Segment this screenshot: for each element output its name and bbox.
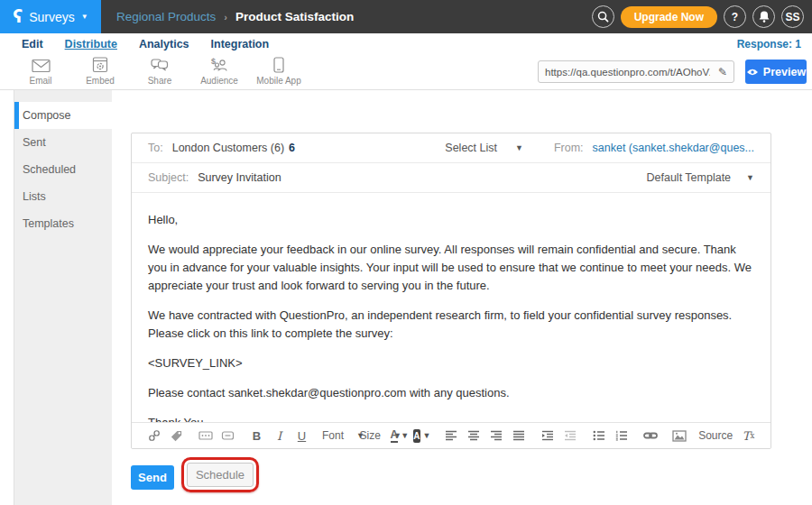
user-avatar[interactable]: SS <box>781 5 804 28</box>
email-body-paragraph: Hello, <box>148 211 754 229</box>
channel-embed[interactable]: Embed <box>70 57 130 86</box>
sidebar-scheduled-label: Scheduled <box>23 163 76 176</box>
breadcrumb-separator: › <box>224 12 227 23</box>
channel-audience[interactable]: $ Audience <box>189 57 249 86</box>
questionpro-logo-icon: ʔ <box>13 8 23 25</box>
rich-text-toolbar: B I U Font ▼ Size ▼ A ▼ A ▼ <box>132 422 770 448</box>
sidebar-item-scheduled[interactable]: Scheduled <box>14 156 112 183</box>
to-label: To: <box>148 142 163 154</box>
edit-url-pencil-icon[interactable]: ✎ <box>712 66 734 78</box>
size-dropdown[interactable]: Size ▼ <box>360 427 380 445</box>
chevron-down-icon: ▼ <box>515 143 523 152</box>
source-button-label: Source <box>698 429 733 442</box>
breadcrumb: Regional Products › Product Satisfaction <box>116 10 354 23</box>
email-body-paragraph: We have contracted with QuestionPro, an … <box>148 307 754 343</box>
schedule-button[interactable]: Schedule <box>187 463 254 487</box>
align-left-button[interactable] <box>442 427 459 445</box>
bold-button[interactable]: B <box>248 427 265 445</box>
remove-format-button[interactable]: Tx <box>740 427 757 445</box>
survey-url-field: ✎ <box>538 60 734 83</box>
notifications-button[interactable] <box>752 5 775 28</box>
background-color-button[interactable]: A ▼ <box>413 427 430 445</box>
email-body-editor[interactable]: Hello, We would appreciate your feedback… <box>132 193 770 426</box>
source-button[interactable]: Source <box>699 427 728 445</box>
upgrade-now-button[interactable]: Upgrade Now <box>621 6 717 28</box>
sidebar-templates-label: Templates <box>23 217 74 230</box>
tab-analytics[interactable]: Analytics <box>139 38 189 50</box>
template-dropdown[interactable]: Default Template ▼ <box>647 171 755 184</box>
hyperlink-button[interactable] <box>641 427 659 445</box>
justify-icon <box>512 430 525 441</box>
numbered-list-button[interactable] <box>613 427 630 445</box>
insert-text-field-button[interactable] <box>197 427 214 445</box>
tab-integration[interactable]: Integration <box>211 38 270 50</box>
channel-embed-label: Embed <box>86 76 115 86</box>
button-icon <box>221 430 235 441</box>
email-compose-card: To: London Customers (6) 6 Select List ▼… <box>131 133 771 449</box>
channel-audience-label: Audience <box>200 76 238 86</box>
response-count[interactable]: Response: 1 <box>737 38 801 50</box>
align-right-button[interactable] <box>487 427 504 445</box>
help-button[interactable]: ? <box>724 5 746 28</box>
size-dropdown-label: Size <box>360 429 381 442</box>
eye-icon <box>746 68 759 77</box>
preview-button-label: Preview <box>763 66 806 78</box>
schedule-highlight-annotation: Schedule <box>181 457 259 492</box>
from-group: From: sanket (sanket.shekdar@ques... <box>554 142 754 154</box>
numbered-list-icon <box>615 430 628 441</box>
subject-row: Subject: Survey Invitation Default Templ… <box>132 163 770 193</box>
channel-email[interactable]: Email <box>11 57 70 86</box>
subject-value[interactable]: Survey Invitation <box>198 171 281 184</box>
from-sender[interactable]: sanket (sanket.shekdar@ques... <box>593 142 754 154</box>
surveys-product-menu[interactable]: ʔ Surveys ▼ <box>0 0 101 33</box>
channel-share[interactable]: Share <box>130 57 189 86</box>
search-button[interactable] <box>592 5 614 28</box>
text-color-button[interactable]: A ▼ <box>391 427 408 445</box>
font-dropdown-label: Font <box>322 429 344 442</box>
tab-edit[interactable]: Edit <box>22 38 43 50</box>
justify-button[interactable] <box>510 427 527 445</box>
select-list-dropdown[interactable]: Select List ▼ <box>445 142 523 154</box>
sidebar-item-sent[interactable]: Sent <box>14 129 112 156</box>
sidebar-sent-label: Sent <box>23 136 46 149</box>
share-icon <box>151 57 169 73</box>
italic-button[interactable]: I <box>271 427 288 445</box>
from-label: From: <box>554 142 584 154</box>
channel-list: Email Embed Share $ Audience Mobile App <box>11 57 309 86</box>
chevron-down-icon: ▼ <box>746 173 754 182</box>
channel-mobile-app[interactable]: Mobile App <box>249 57 309 86</box>
top-bar: ʔ Surveys ▼ Regional Products › Product … <box>0 0 812 33</box>
insert-button-button[interactable] <box>219 427 236 445</box>
tab-distribute[interactable]: Distribute <box>65 38 117 50</box>
text-field-icon <box>198 430 213 441</box>
underline-button[interactable]: U <box>293 427 310 445</box>
chevron-down-icon: ▼ <box>401 431 409 440</box>
email-icon <box>32 57 51 73</box>
sidebar-item-lists[interactable]: Lists <box>14 183 112 210</box>
sidebar-item-compose[interactable]: Compose <box>14 102 112 129</box>
send-button[interactable]: Send <box>131 465 174 490</box>
search-icon <box>596 10 610 23</box>
bulleted-list-button[interactable] <box>590 427 607 445</box>
to-row: To: London Customers (6) 6 Select List ▼… <box>132 133 770 163</box>
decrease-indent-button[interactable] <box>561 427 578 445</box>
align-left-icon <box>445 430 457 441</box>
align-center-button[interactable] <box>465 427 482 445</box>
channel-share-label: Share <box>148 76 172 86</box>
align-right-icon <box>490 430 503 441</box>
survey-url-input[interactable] <box>539 67 712 78</box>
breadcrumb-parent-link[interactable]: Regional Products <box>116 10 216 23</box>
breadcrumb-current-survey: Product Satisfaction <box>235 10 354 23</box>
channel-email-label: Email <box>29 76 51 86</box>
sidebar-item-templates[interactable]: Templates <box>14 210 112 237</box>
embed-icon <box>92 57 108 73</box>
text-color-icon: A <box>391 428 399 443</box>
merge-tag-button[interactable] <box>168 427 185 445</box>
to-recipient-list[interactable]: London Customers (6) <box>172 142 284 154</box>
increase-indent-button[interactable] <box>539 427 556 445</box>
preview-button[interactable]: Preview <box>745 60 807 84</box>
insert-image-button[interactable] <box>670 427 687 445</box>
insert-link-button[interactable] <box>145 427 162 445</box>
font-dropdown[interactable]: Font ▼ <box>322 427 355 445</box>
channel-mobile-app-label: Mobile App <box>256 76 300 86</box>
